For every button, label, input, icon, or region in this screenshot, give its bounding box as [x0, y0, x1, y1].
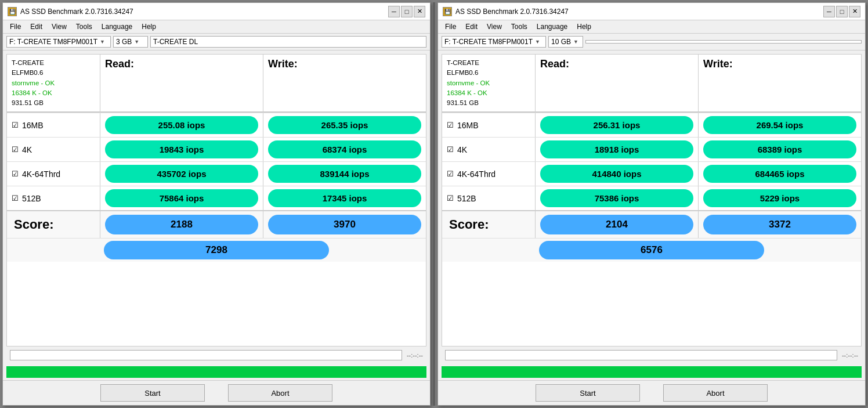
info-panel-2: T-CREATE ELFMB0.6 stornvme - OK 16384 K …	[442, 55, 535, 111]
read-value-2-1: 256.31 iops	[535, 113, 698, 137]
menu-help-2[interactable]: Help	[572, 21, 596, 32]
read-value-2-3: 414840 iops	[535, 162, 698, 186]
buttons-row-2: Start Abort	[438, 380, 865, 405]
read-pill-2-3: 414840 iops	[540, 165, 693, 183]
score-label-2: Score:	[442, 211, 535, 238]
row-label-2-3[interactable]: ☑ 4K-64Thrd	[442, 162, 535, 186]
menu-edit-1[interactable]: Edit	[26, 21, 47, 32]
size-dropdown-2[interactable]: 10 GB ▼	[548, 36, 583, 48]
menu-view-1[interactable]: View	[47, 21, 71, 32]
bench-table-2: T-CREATE ELFMB0.6 stornvme - OK 16384 K …	[442, 54, 862, 346]
drive-dropdown-1[interactable]: F: T-CREATE TM8FPM001T ▼	[6, 36, 111, 48]
info-line1-2: T-CREATE	[447, 58, 530, 68]
row-label-2-4[interactable]: ☑ 512B	[442, 186, 535, 210]
read-header-1: Read:	[100, 55, 263, 111]
menu-edit-2[interactable]: Edit	[461, 21, 482, 32]
window-1: 💾 AS SSD Benchmark 2.0.7316.34247 ─ □ ✕ …	[2, 2, 431, 406]
info-line4-2: 16384 K - OK	[447, 88, 530, 98]
read-value-2-2: 18918 iops	[535, 138, 698, 161]
write-pill-1-1: 265.35 iops	[268, 116, 421, 134]
menu-tools-2[interactable]: Tools	[507, 21, 532, 32]
bench-header-1: T-CREATE ELFMB0.6 stornvme - OK 16384 K …	[7, 55, 426, 113]
start-button-2[interactable]: Start	[536, 384, 640, 402]
toolbar-2: F: T-CREATE TM8FPM001T ▼ 10 GB ▼	[438, 34, 865, 50]
menu-language-1[interactable]: Language	[97, 21, 137, 32]
title-bar-2: 💾 AS SSD Benchmark 2.0.7316.34247 ─ □ ✕	[438, 3, 865, 20]
bench-table-1: T-CREATE ELFMB0.6 stornvme - OK 16384 K …	[6, 54, 426, 346]
minimize-btn-2[interactable]: ─	[823, 6, 835, 17]
checkbox-icon-1-1: ☑	[12, 121, 19, 129]
menu-tools-1[interactable]: Tools	[71, 21, 97, 32]
size-dropdown-arrow-2: ▼	[573, 39, 578, 45]
menu-language-2[interactable]: Language	[532, 21, 572, 32]
time-display-2: --:--:--	[842, 352, 858, 359]
close-btn-2[interactable]: ✕	[849, 6, 860, 17]
abort-button-1[interactable]: Abort	[228, 384, 332, 402]
write-value-2-4: 5229 iops	[698, 186, 861, 210]
row-label-1-4[interactable]: ☑ 512B	[7, 186, 100, 210]
score-row-1: Score: 2188 3970	[7, 210, 426, 238]
total-score-pill-2: 6576	[539, 241, 764, 259]
footer-green-1	[6, 366, 426, 378]
read-value-1-3: 435702 iops	[100, 162, 263, 186]
toolbar-1: F: T-CREATE TM8FPM001T ▼ 3 GB ▼ T-CREATE…	[3, 34, 430, 50]
start-button-1[interactable]: Start	[100, 384, 205, 402]
row-label-text-1-1: 16MB	[22, 121, 44, 130]
row-label-1-1[interactable]: ☑ 16MB	[7, 113, 100, 137]
row-label-text-1-3: 4K-64Thrd	[22, 169, 60, 179]
size-dropdown-1[interactable]: 3 GB ▼	[113, 36, 148, 48]
menu-file-1[interactable]: File	[5, 21, 26, 32]
menu-file-2[interactable]: File	[440, 21, 461, 32]
buttons-row-1: Start Abort	[3, 380, 430, 405]
row-label-2-1[interactable]: ☑ 16MB	[442, 113, 535, 137]
row-label-text-1-2: 4K	[22, 145, 32, 154]
row-label-1-3[interactable]: ☑ 4K-64Thrd	[7, 162, 100, 186]
read-value-2-4: 75386 iops	[535, 186, 698, 210]
bench-row-2-1: ☑ 16MB 256.31 iops 269.54 iops	[442, 113, 861, 137]
row-label-text-2-1: 16MB	[457, 121, 479, 130]
maximize-btn-1[interactable]: □	[401, 6, 413, 17]
info-line5-1: 931.51 GB	[12, 98, 95, 108]
size-dropdown-arrow-1: ▼	[134, 39, 139, 45]
progress-area-1: --:--:--	[6, 348, 426, 363]
score-read-pill-1: 2188	[105, 215, 258, 234]
menu-view-2[interactable]: View	[482, 21, 507, 32]
write-value-2-3: 684465 iops	[698, 162, 861, 186]
main-content-1: T-CREATE ELFMB0.6 stornvme - OK 16384 K …	[3, 50, 430, 366]
info-panel-1: T-CREATE ELFMB0.6 stornvme - OK 16384 K …	[7, 55, 100, 111]
info-line1-1: T-CREATE	[12, 58, 95, 68]
row-label-1-2[interactable]: ☑ 4K	[7, 138, 100, 161]
score-write-pill-2: 3372	[703, 215, 856, 234]
close-btn-1[interactable]: ✕	[414, 6, 425, 17]
bench-row-1-3: ☑ 4K-64Thrd 435702 iops 839144 iops	[7, 161, 426, 186]
checkbox-icon-1-4: ☑	[12, 194, 19, 203]
row-label-2-2[interactable]: ☑ 4K	[442, 138, 535, 161]
bench-row-1-1: ☑ 16MB 255.08 iops 265.35 iops	[7, 113, 426, 137]
write-header-1: Write:	[263, 55, 426, 111]
total-score-row-1: 7298	[7, 238, 426, 262]
bench-row-1-2: ☑ 4K 19843 iops 68374 iops	[7, 137, 426, 161]
minimize-btn-1[interactable]: ─	[388, 6, 400, 17]
checkbox-icon-2-4: ☑	[447, 194, 454, 203]
app-icon-1: 💾	[8, 7, 17, 16]
abort-button-2[interactable]: Abort	[663, 384, 768, 402]
bench-row-2-4: ☑ 512B 75386 iops 5229 iops	[442, 186, 861, 210]
drive-dropdown-2[interactable]: F: T-CREATE TM8FPM001T ▼	[442, 36, 546, 48]
row-label-text-2-3: 4K-64Thrd	[457, 169, 496, 179]
title-bar-1: 💾 AS SSD Benchmark 2.0.7316.34247 ─ □ ✕	[3, 3, 430, 20]
score-write-pill-1: 3970	[268, 215, 421, 234]
score-row-2: Score: 2104 3372	[442, 210, 861, 238]
label-field-1[interactable]: T-CREATE DL	[150, 36, 426, 48]
score-read-1: 2188	[100, 211, 263, 238]
checkbox-icon-2-2: ☑	[447, 145, 454, 154]
drive-label-1: F: T-CREATE TM8FPM001T	[9, 38, 97, 46]
maximize-btn-2[interactable]: □	[836, 6, 848, 17]
write-pill-1-2: 68374 iops	[268, 140, 421, 158]
checkbox-icon-1-3: ☑	[12, 169, 19, 178]
menu-help-1[interactable]: Help	[137, 21, 161, 32]
window-title-1: AS SSD Benchmark 2.0.7316.34247	[20, 8, 133, 16]
label-field-2[interactable]	[585, 40, 862, 44]
write-pill-2-2: 68389 iops	[703, 140, 856, 158]
write-pill-2-3: 684465 iops	[703, 165, 856, 183]
read-pill-1-4: 75864 iops	[105, 189, 258, 207]
